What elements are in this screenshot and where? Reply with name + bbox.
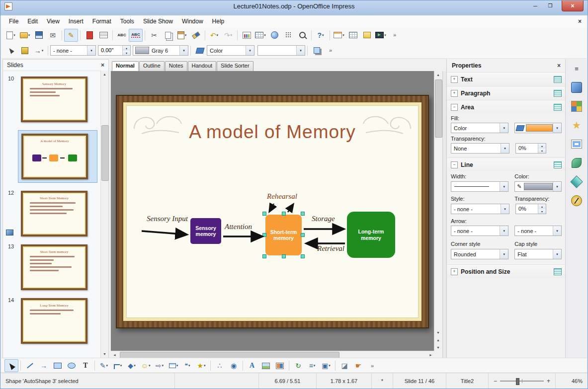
paste-button[interactable] [175, 29, 189, 42]
gallery-tab[interactable] [570, 100, 583, 113]
align-tool[interactable]: ≡ [305, 359, 319, 372]
clone-formatting-button[interactable] [189, 29, 203, 42]
spin-up-icon[interactable] [538, 204, 546, 209]
fill-type-select[interactable]: Color [207, 45, 254, 56]
combo-arrow-icon[interactable] [246, 46, 254, 55]
titlebar[interactable]: Lecture01Notes.odp - OpenOffice Impress [0, 0, 588, 15]
selection-handle-br[interactable] [301, 254, 305, 258]
slide-thumbnail-13[interactable]: 13 Short-Term memory [21, 244, 89, 290]
spelling-button[interactable]: ABC [115, 29, 129, 42]
print-button[interactable] [96, 29, 110, 42]
new-document-button[interactable] [4, 29, 18, 42]
insert-image-tool[interactable] [259, 359, 273, 372]
insert-table-button[interactable] [253, 29, 267, 42]
gallery-tool[interactable] [273, 359, 287, 372]
zoom-button[interactable] [295, 29, 309, 42]
toolbar-overflow-button[interactable]: » [365, 359, 379, 372]
duplicate-slide-button[interactable] [360, 29, 374, 42]
long-term-memory-box[interactable]: Long-term memory [347, 212, 395, 258]
section-line[interactable]: Line [447, 157, 566, 171]
object-size[interactable]: 1.78 x 1.67 [317, 373, 372, 389]
line-transparency-stepper[interactable]: 0% [515, 204, 546, 214]
dialog-launcher-icon[interactable] [554, 161, 562, 168]
tab-handout[interactable]: Handout [188, 61, 217, 71]
combo-arrow-icon[interactable] [501, 204, 509, 214]
slides-panel-close-icon[interactable] [101, 62, 104, 69]
spin-up-icon[interactable] [123, 46, 130, 51]
scroll-up-icon[interactable] [101, 71, 108, 78]
slide-show-button[interactable] [374, 29, 388, 42]
line-style-select[interactable]: - none - [451, 204, 509, 214]
tab-outline[interactable]: Outline [139, 61, 165, 71]
next-slide-icon[interactable] [434, 344, 442, 351]
combo-arrow-icon[interactable] [179, 46, 188, 55]
flowchart-tool[interactable] [167, 359, 180, 372]
combo-arrow-icon[interactable] [500, 123, 508, 133]
properties-tab[interactable] [570, 81, 583, 94]
slide-surface[interactable]: A model of Memory Sensory Input Attentio… [126, 105, 419, 318]
slide-canvas[interactable]: A model of Memory Sensory Input Attentio… [111, 71, 442, 359]
collapse-icon[interactable] [451, 104, 458, 111]
styles-tab[interactable]: ★ [570, 119, 583, 132]
fill-color-select[interactable] [257, 45, 305, 56]
spin-down-icon[interactable] [538, 149, 546, 154]
cut-button[interactable]: ✂ [147, 29, 161, 42]
select-tool[interactable] [4, 359, 18, 372]
auto-spellcheck-button[interactable]: ABC [129, 29, 143, 42]
rehearsal-arrow-up[interactable] [288, 204, 293, 212]
menu-slideshow[interactable]: Slide Show [139, 16, 177, 26]
dialog-launcher-icon[interactable] [554, 268, 562, 275]
hyperlink-button[interactable] [267, 29, 281, 42]
line-color-select[interactable]: ✎ [514, 181, 562, 192]
rectangle-tool[interactable] [51, 359, 65, 372]
basic-shapes-tool[interactable]: ◆ [125, 359, 139, 372]
line-tool[interactable] [23, 359, 37, 372]
menu-format[interactable]: Format [88, 16, 116, 26]
toolbar-overflow-button[interactable]: » [388, 29, 402, 42]
cap-style-select[interactable]: Flat [514, 249, 562, 259]
stars-tool[interactable]: ★ [194, 359, 208, 372]
slide-layout-button[interactable] [346, 29, 360, 42]
arrange-tool[interactable]: ▣ [319, 359, 333, 372]
menu-edit[interactable]: Edit [23, 16, 42, 26]
corner-style-select[interactable]: Rounded [451, 249, 508, 259]
properties-close-icon[interactable] [557, 62, 561, 69]
close-document-icon[interactable] [578, 18, 582, 25]
minimize-button[interactable] [529, 0, 542, 11]
combo-arrow-icon[interactable] [553, 182, 561, 191]
zoom-percent[interactable]: 46% [556, 373, 588, 389]
transparency-stepper[interactable]: 0% [515, 143, 546, 154]
scrollbar-thumb[interactable] [101, 125, 109, 181]
glue-points-tool[interactable]: ◉ [227, 359, 241, 372]
label-attention[interactable]: Attention [225, 223, 252, 231]
label-sensory-input[interactable]: Sensory Input [147, 215, 188, 223]
section-area[interactable]: Area [447, 100, 566, 114]
zoom-slider[interactable] [489, 373, 556, 389]
animation-tab[interactable] [570, 156, 583, 169]
sensory-memory-box[interactable]: Sensory memory [190, 218, 221, 244]
scroll-down-icon[interactable] [101, 350, 108, 358]
collapse-icon[interactable] [451, 161, 458, 168]
zoom-slider-thumb[interactable] [516, 378, 519, 385]
selection-handle-tl[interactable] [262, 212, 266, 216]
combo-arrow-icon[interactable] [501, 144, 509, 153]
copy-button[interactable] [161, 29, 175, 42]
arrow-start-select[interactable]: - none - [451, 226, 508, 236]
display-grid-button[interactable] [281, 29, 295, 42]
maximize-button[interactable] [544, 0, 557, 11]
master-pages-tab[interactable] [570, 138, 583, 151]
export-pdf-button[interactable] [83, 29, 96, 42]
arrow-style-button[interactable]: → [32, 44, 46, 57]
slide-thumbnail-12[interactable]: 12 Short-Term Memory [21, 191, 89, 236]
navigator-tab[interactable] [570, 194, 583, 207]
edit-points-button[interactable] [4, 44, 18, 57]
expand-icon[interactable] [451, 76, 458, 83]
connector-tool[interactable] [111, 359, 125, 372]
short-term-memory-box[interactable]: Short-term memory [265, 215, 302, 255]
transition-tab[interactable] [570, 175, 583, 188]
combo-arrow-icon[interactable] [296, 46, 305, 55]
zoom-in-icon[interactable] [547, 378, 550, 385]
combo-arrow-icon[interactable] [553, 123, 561, 133]
selection-handle-tr[interactable] [301, 212, 305, 216]
layout-name[interactable]: Title2 [446, 373, 489, 389]
